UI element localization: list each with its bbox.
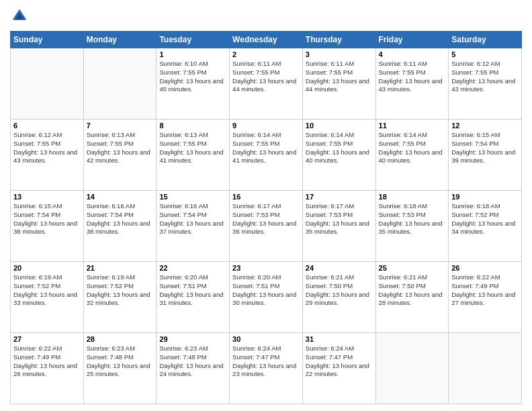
day-number: 30 — [232, 335, 300, 343]
calendar-body: 1Sunrise: 6:10 AM Sunset: 7:55 PM Daylig… — [11, 48, 522, 404]
calendar-cell: 19Sunrise: 6:18 AM Sunset: 7:52 PM Dayli… — [449, 191, 522, 262]
weekday-header-sunday: Sunday — [11, 32, 84, 48]
day-number: 3 — [306, 50, 373, 58]
day-number: 12 — [451, 122, 519, 130]
weekday-header-tuesday: Tuesday — [157, 32, 230, 48]
calendar-table: SundayMondayTuesdayWednesdayThursdayFrid… — [10, 31, 522, 404]
day-number: 31 — [306, 335, 373, 343]
day-info: Sunrise: 6:18 AM Sunset: 7:53 PM Dayligh… — [379, 202, 446, 236]
day-number: 6 — [13, 122, 81, 130]
day-info: Sunrise: 6:20 AM Sunset: 7:51 PM Dayligh… — [232, 273, 300, 308]
day-info: Sunrise: 6:12 AM Sunset: 7:55 PM Dayligh… — [13, 131, 81, 165]
day-number: 20 — [13, 264, 81, 272]
calendar-cell: 16Sunrise: 6:17 AM Sunset: 7:53 PM Dayli… — [230, 191, 303, 262]
day-number: 19 — [451, 193, 519, 201]
calendar-cell: 21Sunrise: 6:19 AM Sunset: 7:52 PM Dayli… — [83, 262, 157, 333]
calendar-cell: 23Sunrise: 6:20 AM Sunset: 7:51 PM Dayli… — [230, 262, 303, 333]
day-number: 29 — [159, 335, 226, 343]
day-info: Sunrise: 6:24 AM Sunset: 7:47 PM Dayligh… — [232, 345, 300, 379]
calendar-cell: 13Sunrise: 6:15 AM Sunset: 7:54 PM Dayli… — [11, 191, 84, 262]
day-number: 15 — [159, 193, 226, 201]
week-row-5: 27Sunrise: 6:22 AM Sunset: 7:49 PM Dayli… — [11, 333, 522, 404]
day-info: Sunrise: 6:23 AM Sunset: 7:48 PM Dayligh… — [159, 345, 226, 379]
day-info: Sunrise: 6:14 AM Sunset: 7:55 PM Dayligh… — [232, 131, 300, 165]
weekday-header-row: SundayMondayTuesdayWednesdayThursdayFrid… — [11, 32, 522, 48]
day-info: Sunrise: 6:20 AM Sunset: 7:51 PM Dayligh… — [159, 273, 226, 308]
day-info: Sunrise: 6:13 AM Sunset: 7:55 PM Dayligh… — [87, 131, 154, 165]
weekday-header-saturday: Saturday — [449, 32, 522, 48]
day-info: Sunrise: 6:16 AM Sunset: 7:54 PM Dayligh… — [87, 202, 154, 236]
calendar-cell: 20Sunrise: 6:19 AM Sunset: 7:52 PM Dayli… — [11, 262, 84, 333]
weekday-header-friday: Friday — [375, 32, 449, 48]
logo — [10, 7, 32, 26]
day-info: Sunrise: 6:11 AM Sunset: 7:55 PM Dayligh… — [379, 60, 446, 94]
calendar-cell: 10Sunrise: 6:14 AM Sunset: 7:55 PM Dayli… — [302, 120, 375, 191]
day-number: 1 — [159, 50, 226, 58]
day-info: Sunrise: 6:22 AM Sunset: 7:49 PM Dayligh… — [451, 273, 519, 308]
day-number: 18 — [379, 193, 446, 201]
day-info: Sunrise: 6:21 AM Sunset: 7:50 PM Dayligh… — [379, 273, 446, 308]
calendar-cell: 5Sunrise: 6:12 AM Sunset: 7:55 PM Daylig… — [449, 48, 522, 120]
calendar-cell: 26Sunrise: 6:22 AM Sunset: 7:49 PM Dayli… — [449, 262, 522, 333]
day-info: Sunrise: 6:12 AM Sunset: 7:55 PM Dayligh… — [451, 60, 519, 94]
day-number: 7 — [87, 122, 154, 130]
week-row-4: 20Sunrise: 6:19 AM Sunset: 7:52 PM Dayli… — [11, 262, 522, 333]
day-number: 23 — [232, 264, 300, 272]
day-info: Sunrise: 6:15 AM Sunset: 7:54 PM Dayligh… — [451, 131, 519, 165]
day-number: 24 — [306, 264, 373, 272]
week-row-1: 1Sunrise: 6:10 AM Sunset: 7:55 PM Daylig… — [11, 48, 522, 120]
calendar-cell: 8Sunrise: 6:13 AM Sunset: 7:55 PM Daylig… — [157, 120, 230, 191]
day-number: 22 — [159, 264, 226, 272]
day-info: Sunrise: 6:17 AM Sunset: 7:53 PM Dayligh… — [306, 202, 373, 236]
day-info: Sunrise: 6:11 AM Sunset: 7:55 PM Dayligh… — [306, 60, 373, 94]
day-info: Sunrise: 6:16 AM Sunset: 7:54 PM Dayligh… — [159, 202, 226, 236]
calendar-cell: 18Sunrise: 6:18 AM Sunset: 7:53 PM Dayli… — [375, 191, 449, 262]
calendar-cell: 2Sunrise: 6:11 AM Sunset: 7:55 PM Daylig… — [230, 48, 303, 120]
day-number: 4 — [379, 50, 446, 58]
day-info: Sunrise: 6:21 AM Sunset: 7:50 PM Dayligh… — [306, 273, 373, 308]
calendar-cell: 31Sunrise: 6:24 AM Sunset: 7:47 PM Dayli… — [302, 333, 375, 404]
day-number: 11 — [379, 122, 446, 130]
calendar-cell: 14Sunrise: 6:16 AM Sunset: 7:54 PM Dayli… — [83, 191, 157, 262]
day-number: 13 — [13, 193, 81, 201]
day-info: Sunrise: 6:18 AM Sunset: 7:52 PM Dayligh… — [451, 202, 519, 236]
day-number: 26 — [451, 264, 519, 272]
calendar-cell: 11Sunrise: 6:14 AM Sunset: 7:55 PM Dayli… — [375, 120, 449, 191]
day-number: 21 — [87, 264, 154, 272]
day-number: 10 — [306, 122, 373, 130]
calendar-cell: 24Sunrise: 6:21 AM Sunset: 7:50 PM Dayli… — [302, 262, 375, 333]
day-number: 28 — [87, 335, 154, 343]
calendar-cell: 6Sunrise: 6:12 AM Sunset: 7:55 PM Daylig… — [11, 120, 84, 191]
day-info: Sunrise: 6:13 AM Sunset: 7:55 PM Dayligh… — [159, 131, 226, 165]
day-info: Sunrise: 6:19 AM Sunset: 7:52 PM Dayligh… — [87, 273, 154, 308]
calendar-cell: 17Sunrise: 6:17 AM Sunset: 7:53 PM Dayli… — [302, 191, 375, 262]
calendar-cell: 22Sunrise: 6:20 AM Sunset: 7:51 PM Dayli… — [157, 262, 230, 333]
day-info: Sunrise: 6:24 AM Sunset: 7:47 PM Dayligh… — [306, 345, 373, 379]
weekday-header-wednesday: Wednesday — [230, 32, 303, 48]
day-number: 14 — [87, 193, 154, 201]
calendar-cell: 7Sunrise: 6:13 AM Sunset: 7:55 PM Daylig… — [83, 120, 157, 191]
page-header — [10, 7, 522, 26]
calendar-cell: 12Sunrise: 6:15 AM Sunset: 7:54 PM Dayli… — [449, 120, 522, 191]
day-number: 5 — [451, 50, 519, 58]
calendar-cell: 1Sunrise: 6:10 AM Sunset: 7:55 PM Daylig… — [157, 48, 230, 120]
weekday-header-monday: Monday — [83, 32, 157, 48]
day-number: 9 — [232, 122, 300, 130]
day-info: Sunrise: 6:23 AM Sunset: 7:48 PM Dayligh… — [87, 345, 154, 379]
calendar-cell: 25Sunrise: 6:21 AM Sunset: 7:50 PM Dayli… — [375, 262, 449, 333]
day-number: 25 — [379, 264, 446, 272]
calendar-cell: 29Sunrise: 6:23 AM Sunset: 7:48 PM Dayli… — [157, 333, 230, 404]
calendar-cell — [11, 48, 84, 120]
week-row-3: 13Sunrise: 6:15 AM Sunset: 7:54 PM Dayli… — [11, 191, 522, 262]
day-info: Sunrise: 6:19 AM Sunset: 7:52 PM Dayligh… — [13, 273, 81, 308]
day-info: Sunrise: 6:11 AM Sunset: 7:55 PM Dayligh… — [232, 60, 300, 94]
day-info: Sunrise: 6:14 AM Sunset: 7:55 PM Dayligh… — [379, 131, 446, 165]
day-info: Sunrise: 6:17 AM Sunset: 7:53 PM Dayligh… — [232, 202, 300, 236]
calendar-cell: 3Sunrise: 6:11 AM Sunset: 7:55 PM Daylig… — [302, 48, 375, 120]
week-row-2: 6Sunrise: 6:12 AM Sunset: 7:55 PM Daylig… — [11, 120, 522, 191]
logo-icon — [10, 7, 29, 26]
day-number: 8 — [159, 122, 226, 130]
calendar-cell: 27Sunrise: 6:22 AM Sunset: 7:49 PM Dayli… — [11, 333, 84, 404]
calendar-cell: 28Sunrise: 6:23 AM Sunset: 7:48 PM Dayli… — [83, 333, 157, 404]
calendar-cell: 30Sunrise: 6:24 AM Sunset: 7:47 PM Dayli… — [230, 333, 303, 404]
